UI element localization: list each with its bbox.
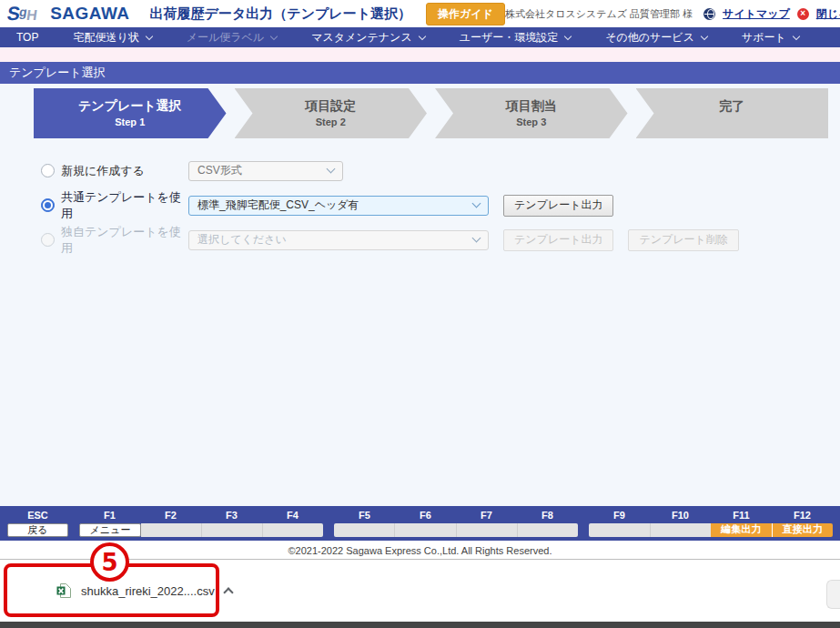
chevron-down-icon — [701, 32, 708, 39]
fn-group-f5-f8: F5 F6 F7 F8 — [334, 508, 578, 541]
radio-common-template[interactable] — [41, 198, 55, 212]
app-window: SgH SAGAWA 出荷履歴データ出力（テンプレート選択） 操作ガイド 株式会… — [0, 0, 840, 628]
fn-key-label-f1: F1 — [79, 508, 140, 523]
back-button[interactable]: 戻る — [7, 523, 68, 537]
radio-label-create-new: 新規に作成する — [61, 163, 145, 179]
nav-item-other-services[interactable]: その他のサービス — [605, 30, 707, 46]
step-subtitle: Step 3 — [516, 116, 546, 128]
fn-key-label-f6: F6 — [395, 508, 456, 523]
fn-button-f7-empty — [456, 523, 517, 537]
fn-key-label-f8: F8 — [517, 508, 578, 523]
fn-key-label-f7: F7 — [456, 508, 517, 523]
chevron-down-icon — [327, 165, 336, 174]
fn-key-label-f3: F3 — [201, 508, 262, 523]
own-template-select: 選択してください — [188, 230, 489, 250]
fn-group-esc: ESC 戻る — [7, 508, 68, 541]
nav-item-support[interactable]: サポート — [742, 30, 799, 46]
template-output-button-disabled: テンプレート出力 — [503, 229, 613, 251]
radio-create-new[interactable] — [41, 164, 55, 177]
fn-button-f8-empty — [517, 523, 578, 537]
step-title: 項目設定 — [305, 98, 356, 115]
radio-dot — [43, 200, 53, 210]
chevron-down-icon — [145, 32, 152, 39]
step-wizard: テンプレート選択 Step 1 項目設定 Step 2 項目割当 Step 3 … — [34, 88, 828, 138]
form-row-own-template: 独自テンプレートを使用 選択してください テンプレート出力 テンプレート削除 — [41, 229, 840, 250]
operation-guide-button[interactable]: 操作ガイド — [426, 3, 505, 25]
copyright-bar: ©2021-2022 Sagawa Express Co.,Ltd. All R… — [0, 541, 840, 560]
radio-cell: 独自テンプレートを使用 — [41, 224, 188, 257]
nav-item-mailbin-label: メール便ラベル — [187, 30, 277, 46]
fn-key-label-f5: F5 — [334, 508, 395, 523]
caret-up-icon[interactable] — [223, 587, 233, 597]
fn-button-f3-empty — [201, 523, 262, 537]
nav-item-top[interactable]: TOP — [16, 31, 38, 44]
menu-button[interactable]: メニュー — [79, 523, 141, 537]
close-circle-icon: × — [797, 8, 809, 20]
fn-groups: ESC 戻る F1 F2 F3 F4 メニュー F5 — [7, 508, 833, 541]
globe-icon — [703, 8, 715, 20]
browser-download-bar: shukka_rireki_2022....csv — [0, 560, 840, 622]
step-subtitle: Step 1 — [115, 116, 145, 128]
radio-own-template — [41, 233, 55, 247]
step-subtitle: Step 2 — [316, 116, 346, 128]
chevron-down-icon — [793, 32, 800, 39]
format-select: CSV形式 — [188, 161, 343, 181]
template-select-form: 新規に作成する CSV形式 共通テンプレートを使用 標準_飛脚宅配便_CSV_ヘ… — [41, 160, 840, 250]
wizard-step-item-assignment: 項目割当 Step 3 — [435, 88, 628, 138]
chevron-down-icon — [418, 32, 425, 39]
nav-item-label: その他のサービス — [605, 30, 694, 46]
wizard-step-complete: 完了 — [636, 88, 829, 138]
template-output-button[interactable]: テンプレート出力 — [503, 195, 613, 217]
direct-output-button[interactable]: 直接出力 — [772, 523, 834, 537]
nav-item-label: 宅配便送り状 — [73, 30, 138, 46]
fn-button-f2-empty — [141, 523, 201, 537]
radio-cell: 新規に作成する — [41, 163, 188, 179]
download-file-chip[interactable]: shukka_rireki_2022....csv — [56, 583, 232, 598]
download-bar-partial-element[interactable] — [826, 580, 840, 609]
close-link[interactable]: 閉じる — [816, 6, 840, 22]
excel-file-icon — [56, 583, 71, 598]
section-title-bar: テンプレート選択 — [0, 62, 840, 84]
chevron-down-icon — [472, 199, 481, 208]
nav-item-master-maintenance[interactable]: マスタメンテナンス — [311, 30, 425, 46]
fn-key-label-esc: ESC — [7, 508, 68, 523]
fn-button-f4-empty — [262, 523, 323, 537]
fn-button-f10-empty — [650, 523, 712, 537]
fn-button-f9-empty — [589, 523, 650, 537]
step-title: テンプレート選択 — [78, 98, 182, 115]
common-template-select[interactable]: 標準_飛脚宅配便_CSV_ヘッダ有 — [188, 196, 489, 216]
nav-item-user-environment-settings[interactable]: ユーザー・環境設定 — [460, 30, 572, 46]
download-file-name: shukka_rireki_2022....csv — [81, 584, 215, 598]
fn-key-label-f2: F2 — [140, 508, 201, 523]
nav-item-takuhaibin-invoice[interactable]: 宅配便送り状 — [73, 30, 151, 46]
edit-output-button[interactable]: 編集出力 — [711, 523, 772, 537]
logged-in-user-label: 株式会社タロスシステムズ 品質管理部 様 — [505, 7, 693, 21]
step-title: 項目割当 — [506, 98, 557, 115]
main-content: テンプレート選択 Step 1 項目設定 Step 2 項目割当 Step 3 … — [0, 84, 840, 506]
own-template-select-placeholder: 選択してください — [197, 232, 287, 248]
chevron-down-icon — [564, 32, 572, 39]
fn-button-f6-empty — [394, 523, 455, 537]
section-title: テンプレート選択 — [9, 65, 106, 81]
radio-cell: 共通テンプレートを使用 — [41, 189, 188, 222]
header-right-cluster: 株式会社タロスシステムズ 品質管理部 様 サイトマップ × 閉じる — [505, 6, 840, 22]
step-title: 完了 — [719, 98, 744, 115]
sitemap-link[interactable]: サイトマップ — [723, 6, 790, 22]
fn-group-f1-f4: F1 F2 F3 F4 メニュー — [79, 508, 323, 541]
nav-item-label: メール便ラベル — [187, 30, 264, 46]
nav-item-label: TOP — [16, 31, 38, 44]
nav-item-label: マスタメンテナンス — [311, 30, 412, 46]
function-key-bar: ESC 戻る F1 F2 F3 F4 メニュー F5 — [0, 506, 840, 541]
bottom-edge-strip — [0, 622, 840, 628]
chevron-down-icon — [270, 32, 278, 39]
template-delete-button-disabled: テンプレート削除 — [628, 229, 738, 251]
pink-strip — [0, 47, 840, 62]
fn-group-f9-f12: F9 F10 F11 F12 編集出力 直接出力 — [589, 508, 833, 541]
wizard-step-item-settings: 項目設定 Step 2 — [235, 88, 428, 138]
fn-button-f5-empty — [334, 523, 394, 537]
nav-item-label: ユーザー・環境設定 — [460, 30, 559, 46]
app-header: SgH SAGAWA 出荷履歴データ出力（テンプレート選択） 操作ガイド 株式会… — [0, 0, 840, 27]
fn-key-label-f12: F12 — [772, 508, 833, 523]
page-title: 出荷履歴データ出力（テンプレート選択） — [150, 5, 411, 23]
fn-key-label-f10: F10 — [650, 508, 711, 523]
